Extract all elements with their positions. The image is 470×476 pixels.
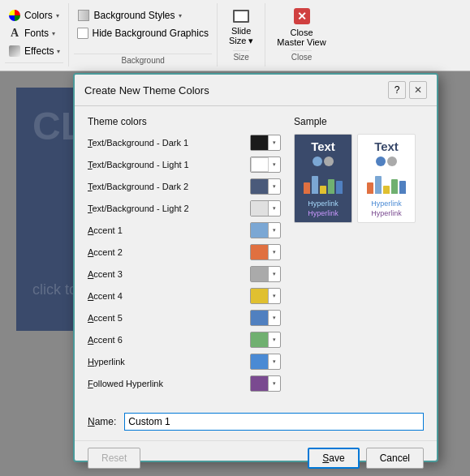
dialog-title-buttons: ? ✕: [388, 81, 427, 99]
color-swatch-button-4[interactable]: ▾: [250, 222, 281, 238]
hide-background-button[interactable]: Hide Background Graphics: [74, 24, 211, 42]
color-swatch-button-9[interactable]: ▾: [250, 332, 281, 348]
color-swatch-1: [251, 157, 269, 172]
color-row-9: Accent 6▾: [88, 331, 281, 349]
ribbon-size-group: SlideSize ▾ Size: [218, 3, 265, 66]
sample-light-bar-3: [383, 186, 390, 194]
color-row-0: Text/Background - Dark 1▾: [88, 134, 281, 152]
ribbon-size-group-label: Size: [233, 50, 248, 63]
name-input[interactable]: [124, 413, 424, 431]
ribbon-close-group: ✕ CloseMaster View Close: [265, 3, 337, 66]
color-rows-container: Text/Background - Dark 1▾Text/Background…: [88, 134, 281, 392]
sample-label: Sample: [294, 116, 424, 127]
background-styles-label: Background Styles: [93, 10, 175, 21]
color-swatch-button-11[interactable]: ▾: [250, 375, 281, 392]
slide-size-label: SlideSize ▾: [229, 26, 253, 46]
sample-light-bar-2: [375, 176, 382, 194]
dialog-close-button[interactable]: ✕: [409, 81, 427, 99]
color-row-8: Accent 5▾: [88, 309, 281, 327]
color-dropdown-arrow-5: ▾: [269, 249, 280, 255]
color-row-label-10: Hyperlink: [88, 357, 250, 367]
color-swatch-button-5[interactable]: ▾: [250, 244, 281, 260]
slide-size-icon: [233, 10, 249, 23]
sample-light-circle-1: [376, 157, 386, 166]
color-swatch-button-6[interactable]: ▾: [250, 266, 281, 282]
effects-dropdown-icon: ▾: [57, 48, 60, 55]
fonts-dropdown-icon: ▾: [52, 30, 55, 37]
color-swatch-0: [251, 135, 269, 150]
sample-card-light: Text HyperlinkHyperlink: [357, 134, 416, 223]
color-swatch-6: [251, 267, 269, 281]
sample-dark-circle-1: [313, 157, 322, 166]
background-styles-icon: [77, 9, 90, 22]
color-swatch-button-0[interactable]: ▾: [250, 135, 281, 151]
dialog-title: Create New Theme Colors: [84, 84, 209, 96]
color-row-label-5: Accent 2: [88, 247, 250, 257]
color-swatch-5: [251, 245, 269, 259]
sample-dark-bars: [304, 171, 343, 194]
cancel-button[interactable]: Cancel: [366, 448, 424, 469]
background-styles-dropdown-icon: ▾: [179, 12, 182, 19]
color-row-label-4: Accent 1: [88, 225, 250, 235]
dialog-name-row: Name:: [75, 406, 437, 437]
sample-light-text: Text: [374, 139, 399, 153]
color-swatch-button-3[interactable]: ▾: [250, 200, 281, 217]
sample-dark-links: HyperlinkHyperlink: [308, 199, 338, 219]
sample-dark-bar-4: [328, 179, 334, 194]
color-swatch-button-7[interactable]: ▾: [250, 288, 281, 304]
name-label: Name:: [88, 416, 116, 427]
color-swatch-button-8[interactable]: ▾: [250, 310, 281, 326]
ribbon-background-group-label: Background: [74, 54, 211, 66]
sample-light-bars: [367, 171, 406, 194]
sample-light-circles: [376, 157, 397, 166]
color-row-label-7: Accent 4: [88, 291, 250, 301]
color-row-1: Text/Background - Light 1▾: [88, 156, 281, 174]
save-button[interactable]: Save: [308, 448, 359, 469]
sample-dark-circle-2: [324, 157, 334, 166]
color-row-2: Text/Background - Dark 2▾: [88, 178, 281, 195]
color-swatch-4: [251, 223, 269, 238]
colors-dropdown-icon: ▾: [56, 12, 59, 19]
ribbon-background-buttons: Background Styles ▾ Hide Background Grap…: [74, 6, 211, 52]
dialog-body: Theme colors Text/Background - Dark 1▾Te…: [75, 106, 437, 406]
theme-colors-label: Theme colors: [88, 116, 281, 127]
sample-dark-hyperlink: HyperlinkHyperlink: [308, 199, 338, 219]
hide-background-checkbox: [77, 28, 88, 39]
color-dropdown-arrow-10: ▾: [269, 358, 280, 365]
background-styles-button[interactable]: Background Styles ▾: [74, 6, 211, 24]
color-row-7: Accent 4▾: [88, 287, 281, 305]
theme-colors-panel: Theme colors Text/Background - Dark 1▾Te…: [88, 116, 281, 397]
dialog-help-button[interactable]: ?: [388, 81, 406, 99]
color-swatch-7: [251, 289, 269, 303]
ribbon: Colors ▾ A Fonts ▾ Effects ▾: [0, 0, 470, 71]
ribbon-edit-group-label: [5, 62, 63, 66]
reset-button[interactable]: Reset: [88, 448, 140, 469]
slide-size-button[interactable]: SlideSize ▾: [224, 6, 258, 49]
ribbon-edit-group: Colors ▾ A Fonts ▾ Effects ▾: [0, 3, 69, 66]
color-dropdown-arrow-4: ▾: [269, 227, 280, 234]
color-swatch-button-1[interactable]: ▾: [250, 157, 281, 173]
sample-dark-bar-5: [336, 181, 343, 194]
color-row-6: Accent 3▾: [88, 265, 281, 283]
colors-button[interactable]: Colors ▾: [5, 6, 63, 24]
color-swatch-button-2[interactable]: ▾: [250, 178, 281, 195]
sample-light-circle-2: [387, 157, 397, 166]
close-master-view-button[interactable]: ✕ CloseMaster View: [272, 6, 330, 49]
ribbon-close-group-label: Close: [291, 50, 313, 63]
colors-icon: [8, 9, 21, 22]
color-row-label-1: Text/Background - Light 1: [88, 160, 250, 169]
close-master-icon: ✕: [294, 8, 310, 24]
sample-light-bar-1: [367, 182, 373, 194]
sample-dark-text: Text: [311, 139, 335, 153]
fonts-button[interactable]: A Fonts ▾: [5, 24, 63, 42]
color-dropdown-arrow-6: ▾: [269, 271, 280, 277]
color-row-3: Text/Background - Light 2▾: [88, 199, 281, 217]
sample-card-dark: Text HyperlinkHyperlink: [294, 134, 352, 223]
color-swatch-button-10[interactable]: ▾: [250, 354, 281, 370]
footer-left: Reset: [88, 448, 140, 469]
color-row-label-9: Accent 6: [88, 335, 250, 345]
color-swatch-10: [251, 354, 269, 369]
color-swatch-3: [251, 201, 269, 216]
fonts-label: Fonts: [24, 28, 49, 39]
effects-button[interactable]: Effects ▾: [5, 42, 63, 60]
